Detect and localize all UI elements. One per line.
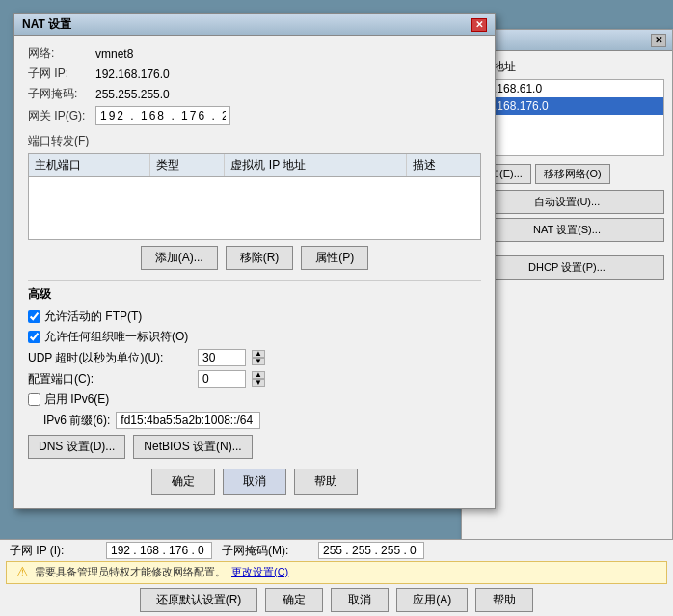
dns-btn[interactable]: DNS 设置(D)...: [28, 435, 125, 459]
port-remove-btn[interactable]: 移除(R): [226, 246, 294, 270]
bottom-cancel-btn[interactable]: 取消: [331, 588, 389, 612]
nat-ok-btn[interactable]: 确定: [151, 469, 215, 495]
warning-text: 需要具备管理员特权才能修改网络配置。: [35, 565, 226, 579]
subnet-ip-row: 子网 IP: 192.168.176.0: [28, 66, 481, 82]
subnet-mask-label-dialog: 子网掩码:: [28, 86, 95, 102]
subnet-header: 子网地址: [470, 59, 664, 75]
advanced-label: 高级: [28, 286, 481, 303]
gateway-input[interactable]: [95, 106, 230, 125]
col-desc: 描述: [407, 154, 480, 177]
ftp-checkbox[interactable]: [28, 310, 40, 323]
config-port-spinner: ▲ ▼: [252, 371, 265, 387]
divider-1: [28, 280, 481, 281]
bottom-bar: 子网 IP (I): 子网掩码(M): ⚠ 需要具备管理员特权才能修改网络配置。…: [0, 539, 673, 616]
subnet-mask-label: 子网掩码(M):: [222, 543, 309, 559]
nat-body: 网络: vmnet8 子网 IP: 192.168.176.0 子网掩码: 25…: [14, 36, 495, 508]
config-port-row: 配置端口(C): ▲ ▼: [28, 370, 481, 388]
bottom-ok-btn[interactable]: 确定: [265, 588, 323, 612]
bottom-help-btn[interactable]: 帮助: [475, 588, 533, 612]
ftp-checkbox-row: 允许活动的 FTP(T): [28, 308, 481, 325]
ipv6-prefix-row: IPv6 前缀(6):: [28, 412, 481, 429]
subnet-mask-input[interactable]: [318, 542, 424, 559]
change-settings-link[interactable]: 更改设置(C): [231, 565, 288, 579]
nat-close-btn[interactable]: ✕: [471, 18, 487, 32]
nat-dialog-title: NAT 设置: [22, 16, 71, 33]
port-add-btn[interactable]: 添加(A)...: [141, 246, 218, 270]
port-btn-row: 添加(A)... 移除(R) 属性(P): [28, 246, 481, 270]
subnet-mask-value: 255.255.255.0: [95, 88, 170, 101]
ipv6-check-label: 启用 IPv6(E): [44, 391, 109, 408]
network-label: 网络:: [28, 45, 95, 62]
port-table-wrapper: 主机端口 类型 虚拟机 IP 地址 描述: [28, 153, 481, 240]
bottom-link-row: DNS 设置(D)... NetBIOS 设置(N)...: [28, 435, 481, 459]
subnet-ip-label: 子网 IP (I):: [10, 543, 96, 559]
nat-dialog: NAT 设置 ✕ 网络: vmnet8 子网 IP: 192.168.176.0…: [13, 13, 496, 509]
network-row: 网络: vmnet8: [28, 45, 481, 62]
bg-window-close-btn[interactable]: ✕: [651, 34, 666, 47]
any-checkbox-row: 允许任何组织唯一标识符(O): [28, 329, 481, 345]
ipv6-prefix-input[interactable]: [116, 412, 260, 429]
any-label: 允许任何组织唯一标识符(O): [44, 329, 188, 345]
bg-nat-settings-btn[interactable]: NAT 设置(S)...: [470, 218, 664, 242]
config-port-input[interactable]: [198, 370, 246, 388]
subnet-list: 192.168.61.0 192.168.176.0: [470, 79, 664, 156]
config-port-down-btn[interactable]: ▼: [252, 379, 265, 387]
nat-cancel-btn[interactable]: 取消: [223, 469, 286, 495]
port-forward-label: 端口转发(F): [28, 133, 481, 149]
restore-default-btn[interactable]: 还原默认设置(R): [140, 588, 258, 612]
bg-dhcp-btn[interactable]: DHCP 设置(P)...: [470, 255, 664, 280]
nat-help-btn[interactable]: 帮助: [294, 469, 358, 495]
ipv6-checkbox[interactable]: [28, 393, 40, 406]
netbios-btn[interactable]: NetBIOS 设置(N)...: [133, 435, 252, 459]
col-vm-ip: 虚拟机 IP 地址: [225, 154, 407, 177]
udp-row: UDP 超时(以秒为单位)(U): ▲ ▼: [28, 349, 481, 366]
subnet-item-1[interactable]: 192.168.61.0: [471, 80, 663, 97]
port-properties-btn[interactable]: 属性(P): [301, 246, 368, 270]
bg-remove-btn[interactable]: 移移网络(O): [535, 164, 610, 184]
subnet-item-2[interactable]: 192.168.176.0: [471, 97, 663, 115]
bottom-input-row: 子网 IP (I): 子网掩码(M):: [0, 540, 673, 561]
subnet-ip-input[interactable]: [106, 542, 212, 559]
config-port-label: 配置端口(C):: [28, 371, 192, 388]
udp-down-btn[interactable]: ▼: [252, 358, 265, 365]
bottom-apply-btn[interactable]: 应用(A): [396, 588, 468, 612]
bg-btn-row-1: 添加(E)... 移移网络(O): [470, 164, 664, 184]
col-type: 类型: [150, 154, 225, 177]
col-host-port: 主机端口: [29, 154, 150, 177]
warning-bar: ⚠ 需要具备管理员特权才能修改网络配置。 更改设置(C): [6, 561, 667, 584]
gateway-row: 网关 IP(G):: [28, 106, 481, 125]
port-table: 主机端口 类型 虚拟机 IP 地址 描述: [29, 154, 480, 177]
ipv6-checkbox-row: 启用 IPv6(E): [28, 391, 481, 408]
bottom-btn-row: 还原默认设置(R) 确定 取消 应用(A) 帮助: [0, 584, 673, 616]
any-checkbox[interactable]: [28, 331, 40, 343]
subnet-ip-value: 192.168.176.0: [95, 67, 170, 81]
udp-input[interactable]: [198, 349, 246, 366]
network-value: vmnet8: [95, 47, 133, 61]
subnet-ip-label-dialog: 子网 IP:: [28, 66, 95, 82]
udp-label: UDP 超时(以秒为单位)(U):: [28, 350, 192, 366]
udp-spinner: ▲ ▼: [252, 350, 265, 365]
subnet-mask-row: 子网掩码: 255.255.255.0: [28, 86, 481, 102]
bg-auto-setup-btn[interactable]: 自动设置(U)...: [470, 190, 664, 214]
nat-titlebar: NAT 设置 ✕: [14, 14, 495, 36]
ipv6-prefix-label: IPv6 前缀(6):: [43, 413, 110, 429]
gateway-label: 网关 IP(G):: [28, 108, 95, 124]
dialog-btn-row: 确定 取消 帮助: [28, 469, 481, 498]
warning-icon: ⚠: [16, 564, 29, 579]
ftp-label: 允许活动的 FTP(T): [44, 308, 142, 325]
